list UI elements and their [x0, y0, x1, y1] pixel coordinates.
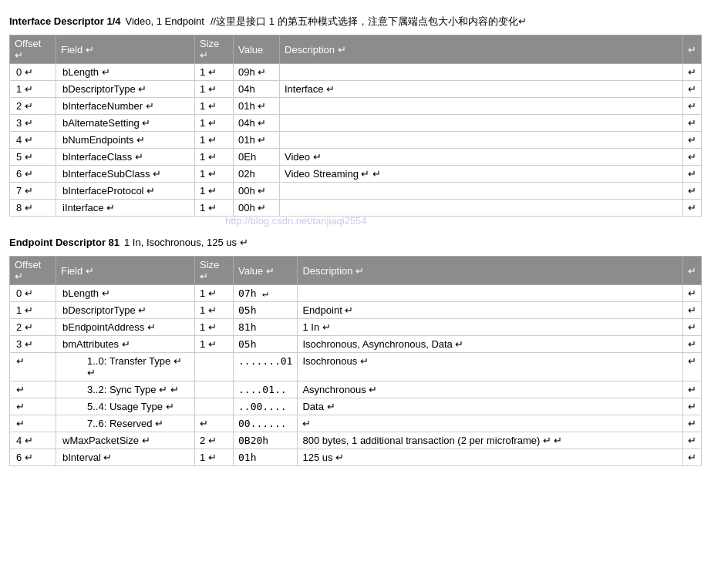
cell-value: 00h ↵: [234, 200, 280, 217]
section2-subtitle: 1 In, Isochronous, 125 us ↵: [124, 237, 248, 248]
cell-desc: [280, 200, 683, 217]
cell-size: [195, 381, 234, 398]
section2-title-block: Endpoint Descriptor 81 1 In, Isochronous…: [9, 229, 702, 253]
cell-value: .......01: [234, 353, 298, 381]
cell-desc: [280, 64, 683, 81]
table-row: 3 ↵ bmAttributes ↵ 1 ↵ 05h Isochronous, …: [10, 336, 702, 353]
cell-end: ↵: [683, 415, 702, 432]
cell-offset: 8 ↵: [10, 200, 56, 217]
table-row: ↵ 7..6: Reserved ↵ ↵ 00...... ↵ ↵: [10, 415, 702, 432]
table-row: 1 ↵ bDescriptorType ↵ 1 ↵ 05h Endpoint ↵…: [10, 302, 702, 319]
cell-size: 1 ↵: [195, 319, 234, 336]
cell-offset: 1 ↵: [10, 81, 56, 98]
table-row: 4 ↵ wMaxPacketSize ↵ 2 ↵ 0B20h 800 bytes…: [10, 432, 702, 449]
cell-size: [195, 353, 234, 381]
cell-field: bNumEndpoints ↵: [56, 132, 195, 149]
cell-size: ↵: [195, 415, 234, 432]
cell-size: 1 ↵: [195, 81, 234, 98]
cell-field: bInterfaceNumber ↵: [56, 98, 195, 115]
cell-desc: [280, 98, 683, 115]
section1-subtitle: Video, 1 Endpoint: [126, 15, 204, 27]
cell-value: 0Eh: [234, 149, 280, 166]
col-field-1: Field ↵: [56, 35, 195, 64]
cell-offset: 5 ↵: [10, 149, 56, 166]
cell-value: 05h: [234, 336, 298, 353]
cell-value: 01h: [234, 449, 298, 466]
table-row: ↵ 3..2: Sync Type ↵ ↵ ....01.. Asynchron…: [10, 381, 702, 398]
section2-title: Endpoint Descriptor 81: [9, 237, 120, 248]
cell-desc: 800 bytes, 1 additional transaction (2 p…: [298, 432, 683, 449]
cell-end: ↵: [683, 149, 702, 166]
cell-desc: 125 us ↵: [298, 449, 683, 466]
cell-end: ↵: [683, 381, 702, 398]
cell-size: 1 ↵: [195, 200, 234, 217]
cell-field: bInterfaceSubClass ↵: [56, 166, 195, 183]
cell-offset: 1 ↵: [10, 302, 56, 319]
cell-field: bAlternateSetting ↵: [56, 115, 195, 132]
cell-offset: ↵: [10, 381, 56, 398]
cell-end: ↵: [683, 336, 702, 353]
cell-value: 04h: [234, 81, 280, 98]
cell-value: 04h ↵: [234, 115, 280, 132]
cell-end: ↵: [683, 449, 702, 466]
table-row: ↵ 1..0: Transfer Type ↵ ↵ .......01 Isoc…: [10, 353, 702, 381]
cell-size: 1 ↵: [195, 183, 234, 200]
cell-offset: 6 ↵: [10, 449, 56, 466]
col-offset-2: Offset ↵: [10, 257, 56, 285]
cell-end: ↵: [683, 302, 702, 319]
cell-size: 1 ↵: [195, 64, 234, 81]
cell-field: bInterfaceProtocol ↵: [56, 183, 195, 200]
cell-offset: 2 ↵: [10, 98, 56, 115]
table-row: 7 ↵ bInterfaceProtocol ↵ 1 ↵ 00h ↵ ↵: [10, 183, 702, 200]
cell-value: 00h ↵: [234, 183, 280, 200]
cell-offset: 7 ↵: [10, 183, 56, 200]
cell-field: bDescriptorType ↵: [56, 81, 195, 98]
col-size-2: Size ↵: [195, 257, 234, 285]
cell-value: 81h: [234, 319, 298, 336]
cell-size: 1 ↵: [195, 149, 234, 166]
col-desc-1: Description ↵: [280, 35, 683, 64]
cell-end: ↵: [683, 353, 702, 381]
cell-size: 1 ↵: [195, 336, 234, 353]
table-row: ↵ 5..4: Usage Type ↵ ..00.... Data ↵ ↵: [10, 398, 702, 415]
cell-offset: 6 ↵: [10, 166, 56, 183]
cell-desc: 1 In ↵: [298, 319, 683, 336]
cell-field: 5..4: Usage Type ↵: [56, 398, 195, 415]
table-row: 1 ↵ bDescriptorType ↵ 1 ↵ 04h Interface …: [10, 81, 702, 98]
cell-value: 09h ↵: [234, 64, 280, 81]
cell-offset: ↵: [10, 398, 56, 415]
cell-field: bEndpointAddress ↵: [56, 319, 195, 336]
cell-size: 1 ↵: [195, 115, 234, 132]
cell-end: ↵: [683, 98, 702, 115]
col-end-2: ↵: [683, 257, 702, 285]
cell-end: ↵: [683, 115, 702, 132]
cell-offset: ↵: [10, 415, 56, 432]
cell-end: ↵: [683, 200, 702, 217]
cell-desc: Isochronous, Asynchronous, Data ↵: [298, 336, 683, 353]
cell-end: ↵: [683, 132, 702, 149]
cell-offset: 4 ↵: [10, 132, 56, 149]
cell-desc: [280, 183, 683, 200]
table-row: 6 ↵ bInterfaceSubClass ↵ 1 ↵ 02h Video S…: [10, 166, 702, 183]
section2-table: Offset ↵ Field ↵ Size ↵ Value ↵ Descript…: [9, 256, 702, 466]
cell-offset: 3 ↵: [10, 115, 56, 132]
cell-offset: 0 ↵: [10, 64, 56, 81]
section1-comment: //这里是接口 1 的第五种模式选择，注意下属端点包大小和内容的变化↵: [211, 15, 527, 29]
watermark: http://blog.csdn.net/tanjiaqi2554: [225, 215, 367, 227]
col-offset-1: Offset ↵: [10, 35, 56, 64]
cell-field: iInterface ↵: [56, 200, 195, 217]
section1-title: Interface Descriptor 1/4: [9, 15, 121, 27]
cell-end: ↵: [683, 166, 702, 183]
cell-value: 01h ↵: [234, 98, 280, 115]
cell-offset: 4 ↵: [10, 432, 56, 449]
cell-value: ....01..: [234, 381, 298, 398]
cell-field: 1..0: Transfer Type ↵ ↵: [56, 353, 195, 381]
cell-end: ↵: [683, 64, 702, 81]
cell-end: ↵: [683, 81, 702, 98]
table-row: 2 ↵ bInterfaceNumber ↵ 1 ↵ 01h ↵ ↵: [10, 98, 702, 115]
cell-value: 02h: [234, 166, 280, 183]
cell-value: 00......: [234, 415, 298, 432]
cell-size: 1 ↵: [195, 285, 234, 302]
cell-field: 3..2: Sync Type ↵ ↵: [56, 381, 195, 398]
cell-size: 1 ↵: [195, 302, 234, 319]
